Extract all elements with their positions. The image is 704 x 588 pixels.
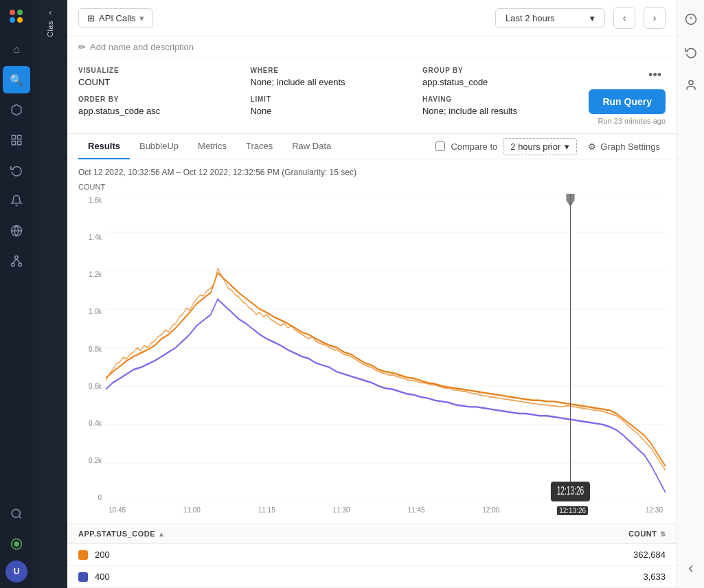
- tab-metrics[interactable]: Metrics: [188, 134, 236, 159]
- y-tick: 0.2k: [78, 457, 106, 464]
- orderby-value[interactable]: app.status_code asc: [78, 106, 234, 116]
- x-tick: 11:00: [183, 506, 201, 515]
- prev-time-button[interactable]: ‹: [613, 7, 635, 29]
- user-avatar[interactable]: U: [5, 561, 27, 583]
- run-query-button[interactable]: Run Query: [589, 89, 666, 114]
- time-range-label: Last 2 hours: [506, 13, 555, 23]
- svg-point-8: [19, 263, 22, 267]
- graph-settings-button[interactable]: ⚙ Graph Settings: [582, 139, 666, 155]
- clas-sidebar: Clas ›: [33, 0, 67, 588]
- nav-grid[interactable]: [3, 126, 30, 154]
- table-row[interactable]: 200 362,684: [67, 544, 677, 566]
- history-icon[interactable]: [680, 41, 702, 63]
- info-icon[interactable]: [680, 8, 702, 30]
- tab-results[interactable]: Results: [78, 134, 130, 159]
- sort-asc-icon: ▲: [158, 530, 165, 538]
- nav-search[interactable]: 🔍: [3, 66, 30, 93]
- svg-rect-2: [12, 142, 15, 145]
- having-value[interactable]: None; include all results: [422, 106, 578, 116]
- visualize-value[interactable]: COUNT: [78, 77, 234, 87]
- svg-point-32: [689, 80, 693, 84]
- query-builder: VISUALIZE COUNT WHERE None; include all …: [67, 58, 677, 134]
- visualize-field: VISUALIZE COUNT: [78, 67, 234, 87]
- right-sidebar: [677, 0, 704, 588]
- th-count-label: COUNT: [628, 530, 657, 538]
- svg-rect-3: [18, 142, 21, 145]
- tab-bubbleup[interactable]: BubbleUp: [130, 134, 188, 159]
- compare-dropdown-value: 2 hours prior: [510, 142, 560, 152]
- th-status-label: app.status_code: [78, 530, 155, 538]
- clas-title: Clas: [46, 21, 54, 37]
- th-status[interactable]: app.status_code ▲: [78, 530, 528, 538]
- compare-checkbox[interactable]: [435, 142, 445, 151]
- collapse-icon[interactable]: [680, 558, 702, 580]
- time-range-button[interactable]: Last 2 hours ▾: [495, 8, 605, 28]
- table-row[interactable]: 400 3,633: [67, 566, 677, 588]
- icon-rail: ⌂ 🔍 U: [0, 0, 33, 588]
- nav-package[interactable]: [3, 96, 30, 124]
- tab-rawdata[interactable]: Raw Data: [282, 134, 341, 159]
- results-table: app.status_code ▲ COUNT ⇅ 200 362,684 40…: [67, 523, 677, 588]
- x-tick: 12:13:26: [557, 506, 588, 515]
- edit-icon: ✏: [78, 42, 86, 52]
- query-actions: ••• Run Query Run 23 minutes ago: [589, 67, 666, 125]
- chart-inner: 1.6k 1.4k 1.2k 1.0k 0.8k 0.6k 0.4k 0.2k …: [78, 194, 666, 515]
- groupby-value[interactable]: app.status_code: [422, 77, 578, 87]
- chart-y-label: COUNT: [78, 183, 666, 191]
- th-count[interactable]: COUNT ⇅: [528, 530, 666, 538]
- nav-status[interactable]: [3, 530, 30, 558]
- chart-svg[interactable]: 12:13:26 10:45 11:00 11:15 11:30 11:45 1…: [106, 194, 666, 515]
- nav-history[interactable]: [3, 157, 30, 184]
- svg-point-14: [14, 542, 19, 546]
- tab-traces[interactable]: Traces: [236, 134, 282, 159]
- time-range-chevron-icon: ▾: [590, 13, 595, 23]
- where-field: WHERE None; include all events: [250, 67, 405, 87]
- svg-marker-26: [566, 194, 574, 207]
- limit-field: LIMIT None: [250, 95, 405, 116]
- x-tick: 11:30: [333, 506, 350, 515]
- more-options-button[interactable]: •••: [644, 67, 666, 84]
- main-content: ⊞ API Calls ▾ Last 2 hours ▾ ‹ › ✏ Add n…: [67, 0, 677, 588]
- visualize-label: VISUALIZE: [78, 67, 234, 74]
- compare-label: Compare to: [451, 142, 497, 152]
- description-row[interactable]: ✏ Add name and description: [67, 36, 677, 58]
- limit-label: LIMIT: [250, 95, 405, 103]
- next-time-button[interactable]: ›: [644, 7, 666, 29]
- api-calls-chevron-icon: ▾: [139, 13, 144, 23]
- svg-rect-1: [18, 135, 21, 139]
- run-time-label: Run 23 minutes ago: [598, 117, 666, 125]
- y-tick: 1.4k: [78, 234, 106, 241]
- svg-line-10: [16, 259, 20, 263]
- clas-label[interactable]: Clas ›: [46, 8, 54, 37]
- nav-search-bottom[interactable]: [3, 500, 30, 528]
- clas-chevron-icon: ›: [48, 8, 52, 18]
- y-tick: 0.6k: [78, 383, 106, 390]
- nav-bell[interactable]: [3, 187, 30, 214]
- svg-point-11: [12, 509, 20, 517]
- nav-globe[interactable]: [3, 217, 30, 245]
- chart-area: Oct 12 2022, 10:32:56 AM – Oct 12 2022, …: [67, 159, 677, 523]
- x-tick: 11:15: [258, 506, 275, 515]
- y-tick: 0.4k: [78, 420, 106, 427]
- where-value[interactable]: None; include all events: [250, 77, 405, 87]
- having-label: HAVING: [422, 95, 578, 103]
- row-count: 3,633: [528, 572, 666, 582]
- api-calls-label: API Calls: [99, 13, 135, 23]
- user-icon[interactable]: [680, 74, 702, 96]
- sort-bi-icon: ⇅: [660, 530, 666, 538]
- graph-settings-label: Graph Settings: [600, 142, 660, 152]
- where-label: WHERE: [250, 67, 405, 74]
- nav-home[interactable]: ⌂: [3, 36, 30, 63]
- chart-container: COUNT 1.6k 1.4k 1.2k 1.0k 0.8k 0.6k 0.4k…: [78, 183, 666, 515]
- svg-text:12:13:26: 12:13:26: [557, 485, 584, 497]
- top-bar: ⊞ API Calls ▾ Last 2 hours ▾ ‹ ›: [67, 0, 677, 36]
- gear-icon: ⚙: [588, 142, 596, 152]
- row-color-dot: [78, 572, 88, 582]
- nav-nodes[interactable]: [3, 247, 30, 275]
- limit-value[interactable]: None: [250, 106, 405, 116]
- x-tick: 12:00: [482, 506, 499, 515]
- app-logo[interactable]: [5, 5, 27, 27]
- api-calls-icon: ⊞: [87, 13, 95, 23]
- api-calls-button[interactable]: ⊞ API Calls ▾: [78, 8, 153, 28]
- compare-dropdown[interactable]: 2 hours prior ▾: [503, 138, 577, 155]
